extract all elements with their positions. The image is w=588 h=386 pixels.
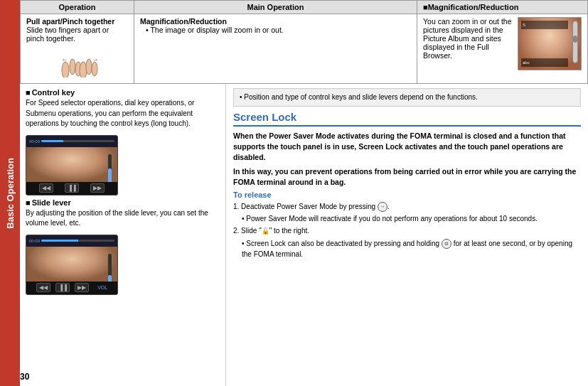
step-1-sub: • Power Saver Mode will reactivate if yo… xyxy=(242,213,581,224)
strip-top-text: S xyxy=(523,23,525,27)
volume-fill-2 xyxy=(108,275,112,282)
page-number: 30 xyxy=(20,372,29,382)
svg-point-4 xyxy=(80,62,87,77)
magnification-header-cell: ■Magnification/Reduction xyxy=(417,1,588,14)
release-steps: 1. Deactivate Power Saver Mode by pressi… xyxy=(233,201,581,259)
operation-cell: Pull apart/Pinch together Slide two fing… xyxy=(21,14,134,84)
content-bottom: Control key For Speed selector operation… xyxy=(20,84,588,386)
step-1: 1. Deactivate Power Saver Mode by pressi… xyxy=(233,201,581,212)
control-key-title: Control key xyxy=(26,88,220,97)
vol-label: VOL xyxy=(97,285,107,290)
right-column: Position and type of control keys and sl… xyxy=(226,84,588,386)
slide-lever-body: By adjusting the position of the slide l… xyxy=(26,208,220,229)
to-release-label: To release xyxy=(233,191,581,199)
svg-text:→: → xyxy=(92,55,99,63)
table-header-operation: Operation xyxy=(21,1,134,14)
magnification-thumbnail: S abc xyxy=(518,17,582,70)
phone-image-2: 00:00 ◀◀ ▐▐ ▶▶ VOL xyxy=(26,235,118,295)
strip-bottom-text: abc xyxy=(523,60,530,65)
magnification-reduction-body: • The image or display will zoom in or o… xyxy=(146,26,284,34)
svg-point-1 xyxy=(70,59,75,75)
btn-play-2: ▐▐ xyxy=(55,283,69,292)
magnification-reduction-title: Magnification/Reduction xyxy=(140,17,227,26)
btn-rewind: ◀◀ xyxy=(39,183,53,193)
phone-topbar-2: 00:00 xyxy=(26,235,117,247)
sidebar-label: Basic Operation xyxy=(5,158,16,229)
progress-fill-2 xyxy=(41,240,77,242)
svg-point-0 xyxy=(62,62,69,77)
step-2: 2. Slide "🔓" to the right. xyxy=(233,225,581,237)
progress-bar-1 xyxy=(41,140,114,142)
power-saver-icon: → xyxy=(378,202,387,212)
control-key-body: For Speed selector operations, dial key … xyxy=(26,98,220,129)
phone-controls-1: ◀◀ ▐▐ ▶▶ xyxy=(26,182,117,195)
volume-fill-1 xyxy=(108,168,112,182)
table-header-main-operation: Main Operation xyxy=(134,1,417,14)
magnification-body-cell: S abc You can zoom in or out the picture… xyxy=(417,14,588,84)
btn-forward-2: ▶▶ xyxy=(75,283,89,292)
volume-indicator-2 xyxy=(108,254,112,282)
volume-indicator-1 xyxy=(108,154,112,182)
main-operation-cell: Magnification/Reduction • The image or d… xyxy=(134,14,417,84)
thumb-bottom-strip: abc xyxy=(521,58,568,67)
phone-screen-1 xyxy=(26,147,117,182)
slide-lever-section: Slide lever By adjusting the position of… xyxy=(26,198,220,232)
pull-apart-body: Slide two fingers apart or pinch togethe… xyxy=(26,26,109,43)
svg-point-5 xyxy=(86,59,92,75)
main-content: Operation Main Operation ■Magnification/… xyxy=(20,0,588,386)
slide-icon: 🔓 xyxy=(262,227,269,235)
screen-lock-bold1: When the Power Saver Mode activates duri… xyxy=(233,131,581,163)
progress-fill-1 xyxy=(41,140,63,142)
phone-image-1: 00:00 ◀◀ ▐▐ ▶▶ xyxy=(26,135,118,195)
thumb-top-strip: S xyxy=(521,21,568,29)
pull-apart-title: Pull apart/Pinch together xyxy=(26,17,114,26)
thumb-slider xyxy=(572,21,578,63)
btn-play: ▐▐ xyxy=(65,183,78,193)
phone-topbar-1: 00:00 xyxy=(26,136,117,147)
operation-table: Operation Main Operation ■Magnification/… xyxy=(20,0,588,84)
left-column: Control key For Speed selector operation… xyxy=(20,84,226,386)
phone-face-1 xyxy=(26,147,117,182)
pinch-gesture-icon: ← → xyxy=(53,45,102,77)
svg-text:←: ← xyxy=(61,55,68,63)
bullet-note: Position and type of control keys and sl… xyxy=(233,88,581,107)
btn-forward: ▶▶ xyxy=(90,183,105,193)
phone-time-1: 00:00 xyxy=(29,139,40,144)
screen-lock-title: Screen Lock xyxy=(233,111,581,127)
screen-lock-bold2: In this way, you can prevent operations … xyxy=(233,166,581,188)
progress-bar-2 xyxy=(41,240,114,242)
step-2-sub1: • Screen Lock can also be deactivated by… xyxy=(242,238,581,259)
hold-icon: ⊙ xyxy=(442,239,451,249)
control-key-section: Control key For Speed selector operation… xyxy=(26,88,220,132)
slide-lever-title: Slide lever xyxy=(26,198,220,207)
phone-time-2: 00:00 xyxy=(29,239,40,243)
btn-rewind-2: ◀◀ xyxy=(36,283,50,292)
phone-face-2 xyxy=(26,247,117,282)
thumb-slider-handle xyxy=(573,36,577,43)
svg-point-6 xyxy=(92,62,97,76)
magnification-body-text: You can zoom in or out the pictures disp… xyxy=(423,17,512,60)
pinch-icon-area: ← → xyxy=(26,43,128,80)
phone-controls-2: ◀◀ ▐▐ ▶▶ VOL xyxy=(26,282,117,294)
sidebar: Basic Operation xyxy=(0,0,20,386)
magnification-title: ■Magnification/Reduction xyxy=(423,3,518,11)
phone-screen-2 xyxy=(26,247,117,282)
